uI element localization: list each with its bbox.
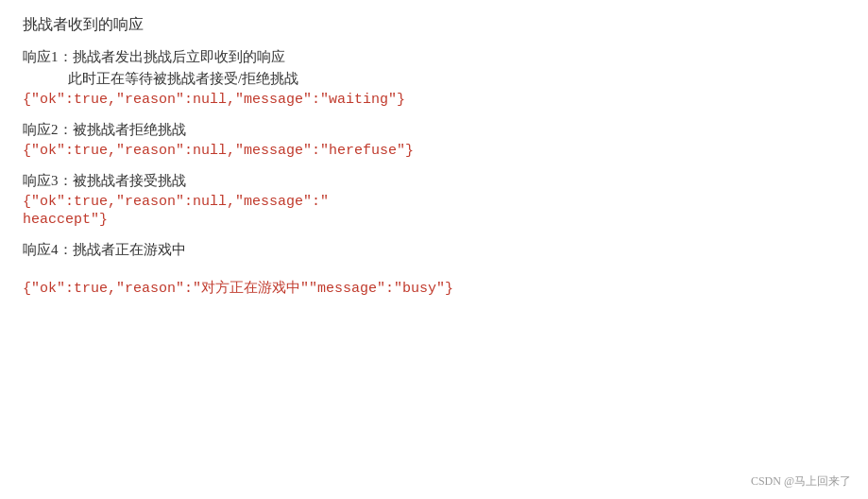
section-response4: 响应4：挑战者正在游戏中 {"ok":true,"reason":"对方正在游戏…	[23, 241, 845, 297]
response3-code-line2: heaccept"}	[23, 212, 845, 228]
response3-header: 响应3：被挑战者接受挑战	[23, 172, 845, 190]
response4-code: {"ok":true,"reason":"对方正在游戏中""message":"…	[23, 279, 845, 297]
response1-sub: 此时正在等待被挑战者接受/拒绝挑战	[68, 70, 845, 88]
response1-code: {"ok":true,"reason":null,"message":"wait…	[23, 92, 845, 108]
response4-header: 响应4：挑战者正在游戏中	[23, 241, 845, 259]
response3-code-line1: {"ok":true,"reason":null,"message":"	[23, 194, 845, 210]
response2-header: 响应2：被挑战者拒绝挑战	[23, 121, 845, 139]
section-response1: 响应1：挑战者发出挑战后立即收到的响应 此时正在等待被挑战者接受/拒绝挑战 {"…	[23, 48, 845, 108]
response1-header: 响应1：挑战者发出挑战后立即收到的响应	[23, 48, 845, 66]
page-title: 挑战者收到的响应	[23, 15, 845, 35]
watermark: CSDN @马上回来了	[751, 473, 851, 490]
response2-code: {"ok":true,"reason":null,"message":"here…	[23, 143, 845, 159]
section-response3: 响应3：被挑战者接受挑战 {"ok":true,"reason":null,"m…	[23, 172, 845, 228]
section-response2: 响应2：被挑战者拒绝挑战 {"ok":true,"reason":null,"m…	[23, 121, 845, 159]
